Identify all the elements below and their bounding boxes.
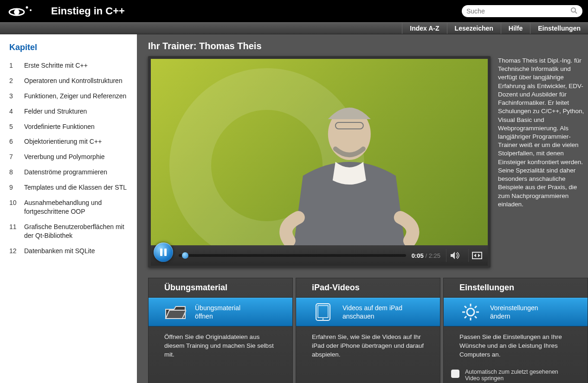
video-elapsed: 0:05 bbox=[412, 252, 424, 259]
chapter-title: Vordefinierte Funktionen bbox=[24, 122, 95, 131]
svg-line-5 bbox=[575, 12, 577, 13]
svg-point-4 bbox=[571, 8, 575, 12]
chapter-number: 4 bbox=[9, 107, 19, 116]
chapter-number: 8 bbox=[9, 168, 19, 177]
search-box[interactable] bbox=[462, 5, 582, 17]
video-surface[interactable] bbox=[151, 59, 488, 245]
card-action-l1: Voreinstellungen bbox=[490, 304, 538, 312]
svg-point-2 bbox=[26, 6, 28, 9]
chapter-title: Erste Schritte mit C++ bbox=[24, 61, 88, 70]
svg-rect-10 bbox=[318, 306, 328, 318]
chapter-item[interactable]: 4Felder und Strukturen bbox=[9, 104, 128, 119]
video-player: 0:05 / 2:25 bbox=[148, 56, 491, 268]
chapter-title: Objektorientierung mit C++ bbox=[24, 137, 102, 146]
nav-index[interactable]: Index A-Z bbox=[402, 23, 446, 34]
chapter-title: Operatoren und Kontrollstrukturen bbox=[24, 77, 123, 85]
video-time: 0:05 / 2:25 bbox=[412, 252, 440, 259]
video-duration: 2:25 bbox=[429, 252, 440, 259]
chapter-title: Grafische Benutzeroberflächen mit der Qt… bbox=[24, 223, 128, 240]
chapter-item[interactable]: 1Erste Schritte mit C++ bbox=[9, 58, 128, 73]
ipad-videos-button[interactable]: Videos auf dem iPad anschauen bbox=[296, 298, 440, 326]
svg-line-19 bbox=[475, 306, 477, 308]
chapter-item[interactable]: 9Templates und die Klassen der STL bbox=[9, 180, 128, 195]
chapter-number: 1 bbox=[9, 61, 19, 70]
sidebar: Kapitel 1Erste Schritte mit C++2Operator… bbox=[0, 34, 137, 383]
card-desc: Passen Sie die Einstellungen an Ihre Wün… bbox=[444, 326, 588, 366]
checkbox-label: Automatisch zum zuletzt gesehenen Video … bbox=[465, 369, 572, 382]
card-title: Einstellungen bbox=[444, 278, 588, 298]
card-action-l2: anschauen bbox=[342, 312, 402, 320]
chapter-item[interactable]: 12Datenbanken mit SQLite bbox=[9, 243, 128, 259]
video-progress-slider[interactable] bbox=[179, 254, 406, 257]
chapter-number: 12 bbox=[9, 247, 19, 255]
chapter-number: 11 bbox=[9, 223, 19, 240]
nav-bookmarks[interactable]: Lesezeichen bbox=[447, 23, 501, 34]
card-title: Übungsmaterial bbox=[149, 278, 292, 298]
open-materials-button[interactable]: Übungsmaterial öffnen bbox=[149, 298, 292, 326]
svg-point-12 bbox=[467, 308, 474, 316]
chapter-number: 7 bbox=[9, 153, 19, 161]
chapter-number: 3 bbox=[9, 92, 19, 101]
video-controls: 0:05 / 2:25 bbox=[151, 245, 488, 266]
card-ipad: iPad-Videos Videos auf dem iPad anschaue… bbox=[296, 278, 440, 383]
chapter-item[interactable]: 10Ausnahmebehandlung und fortgeschritten… bbox=[9, 195, 128, 219]
chapter-item[interactable]: 6Objektorientierung mit C++ bbox=[9, 134, 128, 149]
gear-icon bbox=[459, 303, 482, 321]
page-title: Ihr Trainer: Thomas Theis bbox=[148, 41, 491, 51]
chapter-item[interactable]: 11Grafische Benutzeroberflächen mit der … bbox=[9, 219, 128, 243]
card-materials: Übungsmaterial Übungsmaterial öffnen Öff… bbox=[148, 278, 293, 383]
search-icon[interactable] bbox=[570, 7, 578, 16]
svg-point-11 bbox=[323, 319, 324, 320]
main-area: Ihr Trainer: Thomas Theis bbox=[137, 34, 588, 383]
card-desc: Öffnen Sie die Originaldateien aus diese… bbox=[149, 326, 292, 366]
trainer-image bbox=[266, 78, 433, 245]
nav-help[interactable]: Hilfe bbox=[501, 23, 530, 34]
search-input[interactable] bbox=[466, 7, 570, 15]
tablet-icon bbox=[312, 303, 334, 321]
auto-jump-checkbox-row[interactable]: Automatisch zum zuletzt gesehenen Video … bbox=[444, 366, 588, 383]
publisher-logo-icon bbox=[6, 5, 33, 18]
card-desc: Erfahren Sie, wie Sie die Videos auf Ihr… bbox=[296, 326, 440, 366]
chapter-number: 5 bbox=[9, 122, 19, 131]
chapter-number: 10 bbox=[9, 198, 19, 216]
svg-line-17 bbox=[465, 306, 466, 308]
top-bar: Einstieg in C++ bbox=[0, 0, 588, 22]
chapter-title: Vererbung und Polymorphie bbox=[24, 153, 105, 161]
svg-point-3 bbox=[30, 9, 32, 11]
progress-knob[interactable] bbox=[182, 252, 188, 259]
svg-point-1 bbox=[14, 9, 19, 15]
cards-row: Übungsmaterial Übungsmaterial öffnen Öff… bbox=[137, 278, 588, 383]
svg-line-18 bbox=[475, 316, 477, 318]
svg-line-20 bbox=[465, 316, 466, 318]
chapter-item[interactable]: 5Vordefinierte Funktionen bbox=[9, 119, 128, 134]
pause-icon bbox=[160, 249, 167, 256]
chapter-number: 6 bbox=[9, 137, 19, 146]
app-title: Einstieg in C++ bbox=[42, 5, 453, 17]
chapter-number: 9 bbox=[9, 183, 19, 192]
card-title: iPad-Videos bbox=[296, 278, 440, 298]
sidebar-title: Kapitel bbox=[9, 43, 128, 52]
chapter-title: Funktionen, Zeiger und Referenzen bbox=[24, 92, 126, 101]
nav-settings[interactable]: Einstellungen bbox=[530, 23, 588, 34]
trainer-bio: Thomas Theis ist Dipl.-Ing. für Technisc… bbox=[498, 41, 584, 268]
card-settings: Einstellungen Voreinstellungen ändern Pa… bbox=[443, 278, 588, 383]
fullscreen-button[interactable] bbox=[468, 249, 485, 262]
chapter-number: 2 bbox=[9, 77, 19, 85]
card-action-l1: Übungsmaterial bbox=[195, 304, 240, 312]
folder-icon bbox=[164, 303, 187, 321]
checkbox[interactable] bbox=[451, 370, 459, 378]
chapter-item[interactable]: 8Datenströme programmieren bbox=[9, 165, 128, 180]
volume-button[interactable] bbox=[446, 249, 463, 262]
chapter-item[interactable]: 3Funktionen, Zeiger und Referenzen bbox=[9, 89, 128, 104]
play-pause-button[interactable] bbox=[154, 243, 173, 262]
nav-bar: Index A-Z Lesezeichen Hilfe Einstellunge… bbox=[0, 22, 588, 34]
chapter-item[interactable]: 7Vererbung und Polymorphie bbox=[9, 149, 128, 165]
card-action-l2: öffnen bbox=[195, 312, 240, 320]
chapter-title: Templates und die Klassen der STL bbox=[24, 183, 127, 192]
card-action-l1: Videos auf dem iPad bbox=[342, 304, 402, 312]
chapter-item[interactable]: 2Operatoren und Kontrollstrukturen bbox=[9, 73, 128, 89]
change-prefs-button[interactable]: Voreinstellungen ändern bbox=[444, 298, 588, 326]
chapter-title: Datenbanken mit SQLite bbox=[24, 247, 95, 255]
chapter-title: Datenströme programmieren bbox=[24, 168, 107, 177]
chapter-title: Felder und Strukturen bbox=[24, 107, 87, 116]
